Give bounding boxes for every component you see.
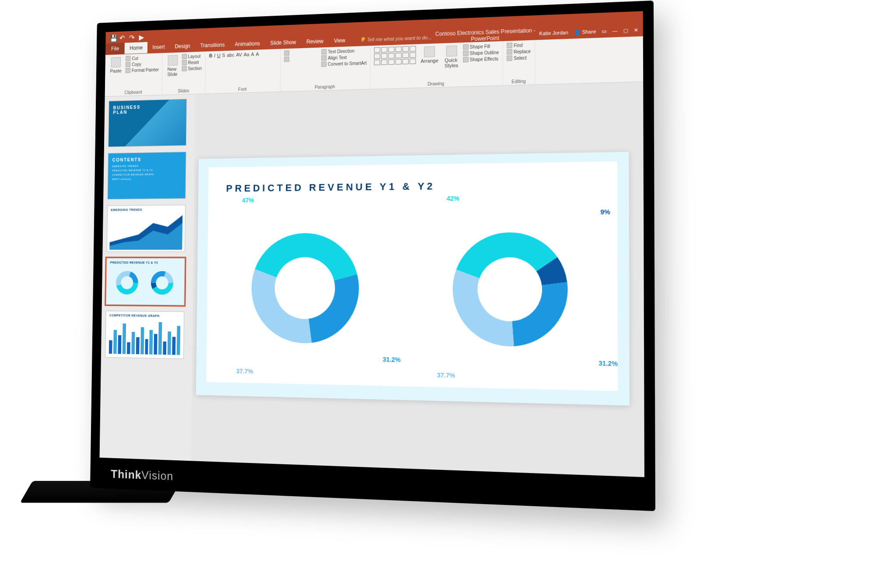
tab-view[interactable]: View bbox=[329, 35, 350, 47]
slide-title[interactable]: PREDICTED REVENUE Y1 & Y2 bbox=[226, 181, 435, 195]
replace-button[interactable]: Replace bbox=[507, 49, 531, 55]
ribbon-group-slides: New Slide Layout Reset Section Slides bbox=[162, 52, 206, 95]
y1-label-31: 31.2% bbox=[383, 356, 401, 363]
align-left-button[interactable] bbox=[284, 49, 319, 56]
tab-design[interactable]: Design bbox=[170, 40, 195, 52]
change-case-button[interactable]: Aa bbox=[244, 52, 249, 57]
monitor-bezel: ThinkVision 💾 ↶ ↷ ▶ File Home Insert Des… bbox=[90, 0, 655, 511]
ribbon-group-font: B I U S abc AV Aa A A Font bbox=[205, 49, 281, 94]
reset-button[interactable]: Reset bbox=[182, 59, 202, 65]
copy-button[interactable]: Copy bbox=[126, 61, 159, 67]
donut-chart-y1: 47% 31.2% 37.7% bbox=[206, 205, 406, 386]
group-label-editing: Editing bbox=[507, 78, 531, 84]
tab-animations[interactable]: Animations bbox=[230, 38, 265, 50]
screen: 💾 ↶ ↷ ▶ File Home Insert Design Transiti… bbox=[100, 11, 644, 477]
convert-smartart-button[interactable]: Convert to SmartArt bbox=[321, 60, 367, 67]
shape-fill-button[interactable]: Shape Fill bbox=[463, 43, 499, 50]
tab-insert[interactable]: Insert bbox=[147, 41, 170, 53]
reset-icon bbox=[182, 60, 187, 65]
strikethrough-button[interactable]: abc bbox=[227, 52, 234, 58]
shape-effects-icon bbox=[463, 57, 469, 63]
slide-thumbnail-2[interactable]: CONTENTS EMERGING TRENDS PREDICTED REVEN… bbox=[107, 152, 186, 199]
layout-icon bbox=[182, 54, 187, 59]
section-button[interactable]: Section bbox=[182, 66, 202, 71]
slide-thumbnail-4[interactable]: PREDICTED REVENUE Y1 & Y2 bbox=[106, 258, 185, 305]
find-button[interactable]: Find bbox=[507, 42, 531, 48]
bullets-icon bbox=[284, 56, 289, 62]
donut-chart-y2: 42% 9% 31.2% 37.7% bbox=[405, 204, 618, 391]
minimize-icon[interactable]: — bbox=[612, 28, 617, 34]
y2-label-42: 42% bbox=[447, 195, 459, 202]
tab-review[interactable]: Review bbox=[301, 35, 329, 48]
group-label-clipboard: Clipboard bbox=[108, 88, 158, 95]
new-slide-icon bbox=[168, 55, 178, 66]
shapes-gallery[interactable] bbox=[374, 46, 416, 65]
ribbon-group-editing: Find Replace Select Editing bbox=[503, 40, 535, 86]
cut-button[interactable]: Cut bbox=[126, 55, 159, 61]
shrink-font-button[interactable]: A bbox=[256, 52, 259, 57]
find-icon bbox=[507, 43, 512, 49]
new-slide-button[interactable]: New Slide bbox=[166, 54, 179, 78]
shape-outline-button[interactable]: Shape Outline bbox=[463, 49, 499, 56]
select-button[interactable]: Select bbox=[507, 55, 531, 61]
y2-label-31: 31.2% bbox=[598, 359, 618, 367]
char-spacing-button[interactable]: AV bbox=[236, 52, 242, 57]
slide-thumbnail-5[interactable]: COMPETITOR REVENUE GRAPH bbox=[105, 311, 184, 359]
tab-slideshow[interactable]: Slide Show bbox=[265, 36, 301, 49]
tab-transitions[interactable]: Transitions bbox=[195, 39, 230, 52]
layout-button[interactable]: Layout bbox=[182, 53, 202, 59]
ribbon-group-clipboard: Paste Cut Copy Format Painter Clipboard bbox=[105, 53, 163, 96]
maximize-icon[interactable]: ▢ bbox=[623, 27, 628, 33]
y2-label-9: 9% bbox=[600, 208, 610, 216]
replace-icon bbox=[507, 49, 512, 55]
format-painter-button[interactable]: Format Painter bbox=[126, 67, 159, 73]
grow-font-button[interactable]: A bbox=[251, 52, 254, 57]
slide-content: PREDICTED REVENUE Y1 & Y2 47% bbox=[206, 161, 618, 391]
arrange-icon bbox=[424, 46, 435, 58]
ribbon-options-icon[interactable]: ▭ bbox=[602, 28, 606, 34]
underline-button[interactable]: U bbox=[217, 53, 220, 58]
tab-file[interactable]: File bbox=[105, 43, 125, 55]
select-icon bbox=[507, 56, 512, 61]
quick-styles-button[interactable]: Quick Styles bbox=[443, 45, 460, 70]
current-slide[interactable]: PREDICTED REVENUE Y1 & Y2 47% bbox=[196, 152, 630, 405]
section-icon bbox=[182, 66, 187, 71]
arrange-button[interactable]: Arrange bbox=[419, 45, 440, 65]
undo-icon[interactable]: ↶ bbox=[119, 34, 125, 40]
italic-button[interactable]: I bbox=[214, 53, 215, 58]
y1-label-47: 47% bbox=[242, 197, 254, 204]
y2-label-37: 37.7% bbox=[437, 371, 455, 379]
redo-icon[interactable]: ↷ bbox=[129, 34, 135, 40]
format-painter-icon bbox=[126, 68, 130, 73]
slide-canvas-area[interactable]: PREDICTED REVENUE Y1 & Y2 47% bbox=[191, 82, 644, 477]
quick-styles-icon bbox=[446, 45, 457, 57]
slide-thumbnail-panel[interactable]: BUSINESSPLAN CONTENTS EMERGING TRENDS PR… bbox=[100, 94, 196, 461]
save-icon[interactable]: 💾 bbox=[110, 34, 116, 40]
workspace: BUSINESSPLAN CONTENTS EMERGING TRENDS PR… bbox=[100, 82, 644, 477]
bold-button[interactable]: B bbox=[209, 53, 213, 58]
align-text-icon bbox=[321, 55, 326, 61]
ribbon-group-drawing: Arrange Quick Styles Shape Fill Shape Ou… bbox=[371, 41, 503, 89]
tell-me-search[interactable]: 💡 Tell me what you want to do... bbox=[359, 35, 431, 43]
smartart-icon bbox=[321, 62, 326, 67]
start-slideshow-icon[interactable]: ▶ bbox=[139, 33, 145, 39]
y1-label-37: 37.7% bbox=[236, 367, 253, 375]
group-label-font: Font bbox=[209, 85, 276, 92]
slide-thumbnail-1[interactable]: BUSINESSPLAN bbox=[108, 99, 187, 147]
paste-icon bbox=[111, 57, 121, 67]
shape-fill-icon bbox=[463, 44, 469, 50]
align-text-button[interactable]: Align Text bbox=[321, 54, 367, 61]
shape-effects-button[interactable]: Shape Effects bbox=[463, 56, 499, 63]
slide-thumbnail-3[interactable]: EMERGING TRENDS bbox=[107, 205, 186, 252]
shadow-button[interactable]: S bbox=[222, 52, 225, 58]
user-name[interactable]: Katie Jordan bbox=[539, 30, 568, 36]
text-direction-button[interactable]: Text Direction bbox=[322, 48, 367, 55]
close-icon[interactable]: ✕ bbox=[634, 27, 638, 33]
shape-outline-icon bbox=[463, 50, 469, 56]
group-label-slides: Slides bbox=[165, 87, 202, 94]
share-button[interactable]: 👤 Share bbox=[574, 28, 596, 35]
tab-home[interactable]: Home bbox=[125, 42, 148, 54]
paste-button[interactable]: Paste bbox=[108, 56, 123, 74]
monitor-brand: ThinkVision bbox=[111, 467, 173, 484]
bullets-button[interactable] bbox=[284, 56, 318, 62]
